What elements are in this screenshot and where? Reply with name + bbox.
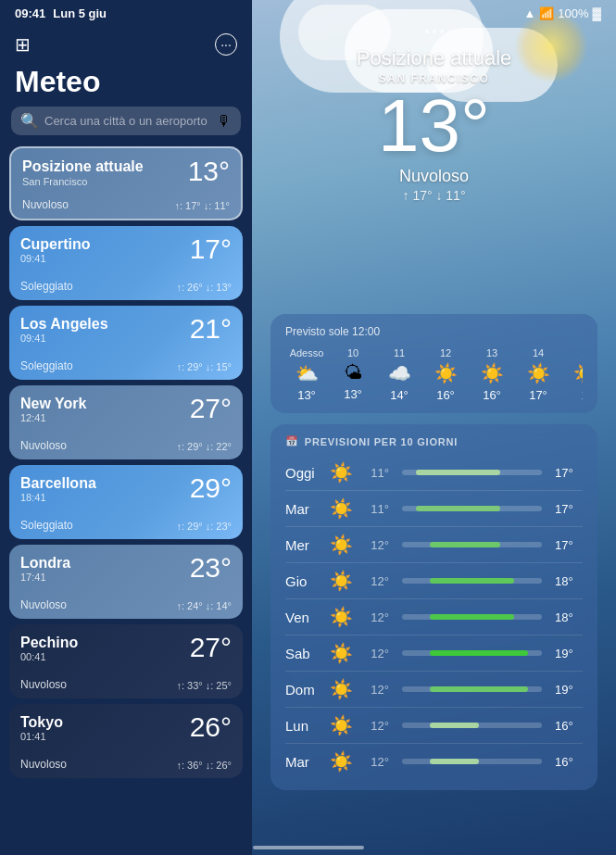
day-bar-fill: [430, 686, 528, 692]
city-time: 09:41: [20, 253, 91, 264]
hourly-title: Previsto sole 12:00: [285, 325, 583, 338]
city-card[interactable]: Posizione attuale San Francisco 13° Nuvo…: [9, 146, 243, 220]
ten-day-row: Mar ☀️ 11° 17°: [285, 491, 583, 527]
city-card-top: Pechino 00:41 27°: [20, 634, 232, 662]
hourly-temp: 16°: [483, 388, 501, 402]
city-sub: San Francisco: [22, 176, 144, 187]
city-card[interactable]: New York 12:41 27° Nuvoloso ↑: 29° ↓: 22…: [9, 385, 243, 459]
sidebar-toggle-icon[interactable]: ⊞: [15, 33, 31, 56]
city-hilo: ↑: 29° ↓: 22°: [176, 441, 232, 452]
day-weather-icon: ☀️: [328, 714, 354, 736]
city-name-row: Barcellona 18:41: [20, 474, 96, 503]
hourly-weather-icon: ⛅: [295, 362, 319, 384]
search-bar[interactable]: 🔍 🎙: [11, 107, 241, 135]
city-card-top: Cupertino 09:41 17°: [20, 235, 232, 264]
hourly-time: Adesso: [290, 347, 324, 358]
city-name-row: New York 12:41: [20, 395, 86, 423]
city-condition: Nuvoloso: [20, 758, 67, 771]
day-low: 12°: [361, 610, 389, 624]
day-bar-fill: [416, 470, 500, 475]
search-input[interactable]: [44, 114, 211, 128]
hourly-time: 1: [582, 347, 583, 358]
day-bar-container: [402, 506, 542, 511]
city-card[interactable]: Londra 17:41 23° Nuvoloso ↑: 24° ↓: 14°: [9, 545, 243, 619]
hourly-temp: 14°: [390, 388, 409, 402]
more-options-icon[interactable]: ···: [215, 33, 237, 56]
city-time: 12:41: [20, 412, 86, 423]
city-temp: 26°: [190, 713, 232, 741]
day-low: 12°: [361, 574, 389, 588]
city-card-bottom: Nuvoloso ↑: 36° ↓: 26°: [20, 758, 232, 771]
city-temp: 21°: [190, 315, 232, 343]
city-condition: Nuvoloso: [20, 598, 67, 611]
city-card-bottom: Nuvoloso ↑: 29° ↓: 22°: [20, 439, 232, 452]
day-weather-icon: ☀️: [328, 606, 354, 628]
ten-day-row: Mar ☀️ 12° 16°: [285, 744, 583, 779]
day-high: 19°: [555, 683, 583, 697]
status-date: Lun 5 giu: [53, 6, 107, 20]
hourly-weather-icon: ☁️: [388, 362, 411, 384]
city-name-row: Londra 17:41: [20, 554, 70, 583]
city-card[interactable]: Cupertino 09:41 17° Soleggiato ↑: 26° ↓:…: [9, 226, 243, 300]
city-condition: Soleggiato: [20, 280, 73, 293]
day-low: 11°: [361, 466, 389, 480]
city-card-top: Barcellona 18:41 29°: [20, 474, 232, 503]
day-low: 12°: [361, 719, 389, 733]
day-high: 18°: [555, 610, 583, 624]
city-card[interactable]: Los Angeles 09:41 21° Soleggiato ↑: 29° …: [9, 306, 243, 380]
city-card-bottom: Soleggiato ↑: 29° ↓: 23°: [20, 519, 232, 532]
city-name: New York: [20, 395, 86, 412]
main-high: 17°: [412, 188, 432, 203]
city-card[interactable]: Tokyo 01:41 26° Nuvoloso ↑: 36° ↓: 26°: [9, 704, 243, 778]
city-name: Cupertino: [20, 235, 91, 253]
day-weather-icon: ☀️: [328, 570, 354, 592]
hourly-weather-icon: 🌤: [344, 362, 362, 383]
city-condition: Nuvoloso: [22, 198, 69, 211]
hourly-row: Adesso ⛅ 13° 10 🌤 13° 11 ☁️ 14° 12 ☀️ 16…: [285, 347, 583, 402]
day-bar-container: [402, 542, 542, 547]
city-name: Londra: [20, 554, 70, 572]
city-hilo: ↑: 24° ↓: 14°: [176, 600, 232, 611]
ten-day-row: Oggi ☀️ 11° 17°: [285, 455, 583, 491]
day-name: Oggi: [285, 465, 321, 481]
day-bar-container: [402, 650, 542, 656]
mic-icon[interactable]: 🎙: [217, 113, 232, 130]
hourly-item: 12 ☀️ 16°: [424, 347, 467, 402]
home-indicator: [253, 846, 364, 849]
right-panel: Posizione attuale SAN FRANCISCO 13° Nuvo…: [252, 0, 616, 855]
battery-icon: 100%: [558, 6, 588, 20]
day-weather-icon: ☀️: [328, 534, 354, 556]
city-card[interactable]: Barcellona 18:41 29° Soleggiato ↑: 29° ↓…: [9, 465, 243, 539]
hourly-weather-icon: ☀️: [527, 362, 550, 384]
city-condition: Nuvoloso: [20, 439, 67, 452]
ten-day-row: Ven ☀️ 12° 18°: [285, 599, 583, 635]
hourly-item: 1 ☀️ 1: [563, 347, 583, 402]
hourly-item: 11 ☁️ 14°: [378, 347, 421, 402]
hourly-item: Adesso ⛅ 13°: [285, 347, 328, 402]
calendar-icon: 📅: [285, 435, 299, 447]
ten-day-row: Gio ☀️ 12° 18°: [285, 563, 583, 599]
hourly-temp: 13°: [344, 387, 362, 401]
battery-full: ▓: [593, 6, 601, 20]
location-sub: SAN FRANCISCO: [270, 72, 597, 85]
location-name: Posizione attuale: [270, 46, 597, 70]
day-name: Sab: [285, 646, 321, 661]
city-temp: 13°: [188, 157, 230, 185]
day-high: 17°: [555, 538, 583, 552]
ten-day-row: Mer ☀️ 12° 17°: [285, 527, 583, 563]
hourly-forecast-card: Previsto sole 12:00 Adesso ⛅ 13° 10 🌤 13…: [270, 314, 597, 413]
city-card[interactable]: Pechino 00:41 27° Nuvoloso ↑: 33° ↓: 25°: [9, 624, 243, 698]
hourly-item: 10 🌤 13°: [332, 347, 374, 402]
city-condition: Soleggiato: [20, 359, 73, 372]
day-bar-container: [402, 723, 542, 728]
main-temperature: 13°: [270, 89, 597, 163]
wifi-icon: 📶: [539, 6, 554, 20]
day-weather-icon: ☀️: [328, 461, 354, 484]
main-hilo: ↑ 17° ↓ 11°: [270, 188, 597, 203]
day-weather-icon: ☀️: [328, 750, 354, 773]
hourly-item: 14 ☀️ 17°: [517, 347, 559, 402]
city-time: 01:41: [20, 731, 63, 742]
city-card-bottom: Soleggiato ↑: 26° ↓: 13°: [20, 280, 232, 293]
hourly-item: 13 ☀️ 16°: [471, 347, 513, 402]
day-name: Mar: [285, 754, 321, 770]
